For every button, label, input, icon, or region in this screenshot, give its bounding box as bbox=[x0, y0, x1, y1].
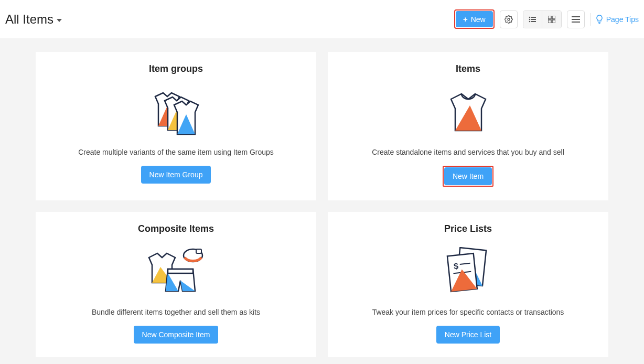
svg-point-1 bbox=[529, 16, 531, 18]
svg-rect-8 bbox=[552, 16, 555, 19]
svg-rect-4 bbox=[531, 19, 536, 20]
view-toggle bbox=[523, 10, 562, 28]
svg-text:$: $ bbox=[453, 261, 459, 271]
settings-button[interactable] bbox=[500, 10, 518, 28]
card-title: Composite Items bbox=[138, 223, 214, 234]
new-item-highlight: New Item bbox=[443, 166, 493, 187]
card-composite-items: Composite Items bbox=[36, 212, 316, 357]
page-tips-label: Page Tips bbox=[606, 15, 639, 24]
gear-icon bbox=[505, 15, 513, 24]
list-icon bbox=[529, 16, 536, 23]
svg-rect-2 bbox=[531, 17, 536, 18]
plus-icon bbox=[463, 15, 468, 24]
price-lists-icon: $ bbox=[442, 244, 495, 298]
new-composite-item-button[interactable]: New Composite Item bbox=[134, 326, 219, 344]
svg-point-3 bbox=[529, 18, 531, 20]
grid-icon bbox=[548, 16, 555, 23]
content-grid: Item groups Create multiple variants of … bbox=[0, 38, 644, 364]
card-desc: Tweak your item prices for specific cont… bbox=[372, 308, 564, 316]
page-header: All Items New bbox=[0, 0, 644, 38]
title-dropdown[interactable]: All Items bbox=[5, 12, 62, 27]
svg-point-5 bbox=[529, 20, 531, 22]
card-desc: Create multiple variants of the same ite… bbox=[78, 148, 274, 156]
page-title: All Items bbox=[5, 12, 53, 27]
new-item-group-button[interactable]: New Item Group bbox=[141, 166, 211, 184]
card-title: Item groups bbox=[149, 63, 203, 74]
view-grid-button[interactable] bbox=[542, 11, 561, 28]
new-button[interactable]: New bbox=[456, 11, 493, 27]
divider bbox=[590, 13, 591, 26]
new-item-button[interactable]: New Item bbox=[444, 167, 492, 185]
card-title: Items bbox=[456, 63, 480, 74]
item-groups-icon bbox=[147, 84, 205, 138]
caret-down-icon bbox=[57, 19, 62, 22]
card-desc: Bundle different items together and sell… bbox=[92, 308, 260, 316]
svg-rect-14 bbox=[196, 249, 201, 253]
card-title: Price Lists bbox=[444, 223, 492, 234]
menu-button[interactable] bbox=[567, 10, 585, 28]
svg-rect-6 bbox=[531, 21, 536, 22]
new-button-highlight: New bbox=[454, 9, 495, 29]
view-list-button[interactable] bbox=[523, 11, 542, 28]
new-price-list-button[interactable]: New Price List bbox=[436, 326, 500, 344]
card-item-groups: Item groups Create multiple variants of … bbox=[36, 52, 316, 200]
lightbulb-icon bbox=[596, 15, 603, 24]
header-actions: New bbox=[454, 9, 639, 29]
hamburger-icon bbox=[572, 16, 580, 17]
new-button-label: New bbox=[471, 15, 486, 24]
card-items: Items Create standalone items and servic… bbox=[328, 52, 608, 200]
page-tips-link[interactable]: Page Tips bbox=[596, 15, 639, 24]
svg-rect-10 bbox=[552, 20, 555, 23]
svg-rect-7 bbox=[548, 16, 551, 19]
card-desc: Create standalone items and services tha… bbox=[372, 148, 564, 156]
svg-rect-9 bbox=[548, 20, 551, 23]
items-icon bbox=[445, 84, 492, 138]
card-price-lists: Price Lists $ Tweak your item prices for… bbox=[328, 212, 608, 357]
svg-point-0 bbox=[508, 18, 510, 20]
composite-items-icon bbox=[145, 244, 208, 298]
